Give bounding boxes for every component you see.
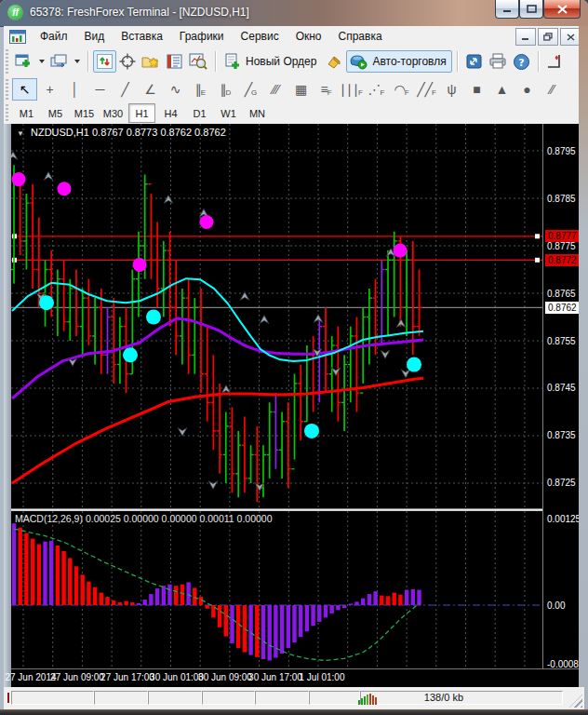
traffic-counter: 138/0 kb bbox=[424, 692, 463, 703]
gann-grid-tool[interactable]: ▦ bbox=[288, 78, 314, 101]
time-tick-label: 27 Jun 2014 bbox=[5, 672, 56, 682]
fullscreen-button[interactable] bbox=[462, 50, 486, 73]
help-button[interactable]: ? bbox=[510, 50, 533, 73]
mdi-restore-icon bbox=[543, 33, 553, 41]
gann-line-tool[interactable]: ╱G bbox=[238, 78, 263, 101]
data-window-button[interactable] bbox=[163, 50, 186, 73]
line-studies-toolbar: ↖+│─╱∠∿∥E∥D╱G⁄⁄⁄▦≡F∣∣∣F⋰F◠F╱╱Fψ■▲●⁄⁄ bbox=[4, 76, 584, 103]
new-chart-button[interactable] bbox=[12, 50, 47, 73]
menu-insert[interactable]: Вставка bbox=[113, 28, 171, 45]
menu-file[interactable]: Файл bbox=[32, 28, 76, 45]
close-button[interactable] bbox=[543, 0, 581, 19]
gann-fan-tool[interactable]: ⁄⁄⁄ bbox=[263, 78, 288, 101]
timeframe-w1[interactable]: W1 bbox=[215, 103, 242, 123]
fibo-retracement-tool[interactable]: ≡F bbox=[314, 78, 339, 101]
toolbar-grip[interactable] bbox=[6, 49, 8, 74]
ohlc-bars bbox=[11, 165, 422, 502]
time-tick-label: 30 Jun 01:00 bbox=[150, 672, 204, 682]
autotrade-toggle[interactable]: Авто-торговля bbox=[346, 50, 451, 73]
price-axis[interactable]: 0.87950.87850.87770.87750.87720.87650.87… bbox=[542, 124, 579, 668]
trendline-by-angle-tool[interactable]: ∠ bbox=[138, 78, 163, 101]
vertical-line-tool[interactable]: │ bbox=[62, 78, 87, 101]
tool-sub-label: F bbox=[327, 88, 332, 97]
rectangle-tool[interactable]: ■ bbox=[464, 78, 489, 101]
timeframe-h1[interactable]: H1 bbox=[128, 103, 155, 123]
fibo-fan-tool[interactable]: ⋰F bbox=[364, 78, 389, 101]
status-bar: 138/0 kb bbox=[4, 687, 584, 709]
rectangle-tool-icon: ■ bbox=[473, 82, 480, 97]
status-cell bbox=[255, 691, 309, 705]
cursor[interactable]: ↖ bbox=[12, 78, 37, 101]
triangle-tool[interactable]: ▲ bbox=[489, 78, 514, 101]
title-bar[interactable]: ff 65378: FreshForex Terminal - [NZDUSD,… bbox=[0, 0, 588, 27]
menu-help[interactable]: Справка bbox=[330, 28, 391, 45]
mdi-minimize-button[interactable] bbox=[515, 28, 536, 46]
menu-service[interactable]: Сервис bbox=[233, 28, 287, 45]
window-title: 65378: FreshForex Terminal - [NZDUSD,H1] bbox=[30, 6, 249, 19]
level-price-label: 0.8772 bbox=[545, 254, 580, 266]
cycle-lines-tool[interactable]: ⁄⁄ bbox=[540, 78, 565, 101]
main-chart-pane[interactable]: ▼ NZDUSD,H1 0.8767 0.8773 0.8762 0.8762 bbox=[11, 124, 542, 508]
minimize-button[interactable] bbox=[495, 0, 519, 19]
chevron-down-icon: ▼ bbox=[17, 129, 24, 138]
macd-pane[interactable]: MACD(12,26,9) 0.00025 0.00000 0.00000 0.… bbox=[11, 511, 542, 668]
price-chart[interactable] bbox=[11, 124, 542, 508]
profiles-button[interactable] bbox=[47, 50, 83, 73]
tool-sub-label: G bbox=[251, 88, 257, 97]
objects-list-button[interactable] bbox=[139, 50, 163, 73]
macd-values: 0.00025 0.00000 0.00000 0.00011 0.00000 bbox=[86, 513, 273, 524]
fibo-timezones-tool[interactable]: ∣∣∣F bbox=[339, 78, 364, 101]
left-frame bbox=[4, 124, 11, 687]
tick-chart-toggle[interactable] bbox=[93, 50, 116, 73]
minimize-icon bbox=[502, 5, 512, 13]
time-tick-label: 30 Jun 17:00 bbox=[248, 672, 302, 682]
crosshair-tool[interactable]: + bbox=[37, 78, 62, 101]
crosshair-button[interactable] bbox=[116, 50, 139, 73]
time-axis[interactable]: 27 Jun 201427 Jun 09:0027 Jun 17:0030 Ju… bbox=[11, 668, 579, 687]
resize-grip-icon[interactable] bbox=[569, 695, 582, 708]
equidistant-channel-tool[interactable]: ∥E bbox=[188, 78, 213, 101]
timeframe-m15[interactable]: M15 bbox=[71, 103, 98, 123]
horizontal-line-tool-icon: ─ bbox=[96, 82, 105, 97]
new-order-button[interactable]: Новый Ордер bbox=[220, 50, 322, 73]
menu-charts[interactable]: Графики bbox=[171, 28, 233, 45]
maximize-button[interactable] bbox=[519, 0, 543, 19]
history-center-button[interactable] bbox=[322, 50, 346, 73]
horizontal-line-tool[interactable]: ─ bbox=[87, 78, 113, 101]
horizontal-level-lines[interactable] bbox=[11, 234, 542, 262]
fibo-timezones-tool-icon: ∣∣∣ bbox=[340, 82, 359, 97]
mdi-restore-button[interactable] bbox=[538, 28, 558, 46]
price-tick-label: 0.8735 bbox=[547, 429, 576, 441]
trendline-tool[interactable]: ╱ bbox=[113, 78, 138, 101]
chart-shift-button[interactable] bbox=[543, 50, 567, 73]
menu-window[interactable]: Окно bbox=[287, 28, 330, 45]
regression-channel-tool[interactable]: ∿ bbox=[163, 78, 188, 101]
fibo-expansion-tool[interactable]: ╱╱F bbox=[414, 78, 439, 101]
tool-sub-label: F bbox=[405, 88, 409, 97]
menu-view[interactable]: Вид bbox=[76, 28, 114, 45]
print-button[interactable] bbox=[486, 50, 510, 73]
mdi-close-button[interactable] bbox=[560, 28, 581, 46]
timeframe-d1[interactable]: D1 bbox=[186, 103, 213, 123]
tool-sub-label: F bbox=[432, 88, 436, 97]
timeframe-h4[interactable]: H4 bbox=[157, 103, 184, 123]
toolbar-grip[interactable] bbox=[6, 79, 8, 100]
timeframe-mn[interactable]: MN bbox=[244, 103, 271, 123]
pitchfork-tool[interactable]: ψ bbox=[439, 78, 464, 101]
triangle-tool-icon: ▲ bbox=[496, 82, 509, 97]
freshforex-logo-icon: ff bbox=[7, 5, 23, 20]
stddev-channel-tool[interactable]: ∥D bbox=[213, 78, 238, 101]
timeframe-m5[interactable]: M5 bbox=[42, 103, 69, 123]
timeframe-m30[interactable]: M30 bbox=[100, 103, 127, 123]
chart-symbol: NZDUSD,H1 bbox=[31, 127, 89, 138]
toolbar-grip[interactable] bbox=[6, 104, 8, 121]
ellipse-tool[interactable]: ● bbox=[514, 78, 540, 101]
maximize-icon bbox=[527, 5, 537, 13]
price-tick-label: 0.8775 bbox=[547, 240, 576, 252]
fibo-arcs-tool[interactable]: ◠F bbox=[389, 78, 414, 101]
timeframe-m1[interactable]: M1 bbox=[13, 103, 40, 123]
macd-chart[interactable] bbox=[11, 511, 542, 668]
strategy-tester-button[interactable] bbox=[186, 50, 210, 73]
ma-fast-line[interactable] bbox=[12, 278, 423, 361]
current-price-label: 0.8762 bbox=[545, 302, 580, 314]
